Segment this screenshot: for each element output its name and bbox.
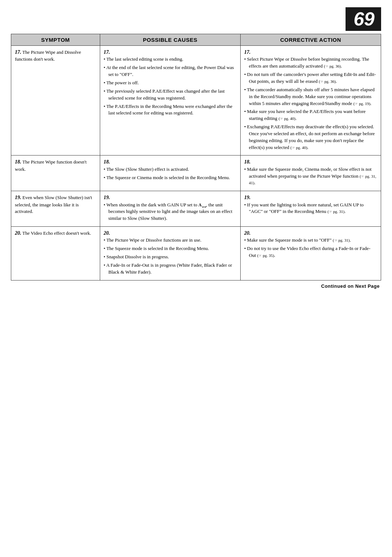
page-ref: (☞ pg. 40) xyxy=(278,116,295,121)
symptom-cell: 18. The Picture Wipe function doesn't wo… xyxy=(11,156,100,191)
cause-item: The Squeeze or Cinema mode is selected i… xyxy=(104,174,237,181)
causes-cell: 19. When shooting in the dark with GAIN … xyxy=(100,191,240,227)
action-item: Make sure you have selected the P.AE/Eff… xyxy=(244,108,377,122)
cause-item: The power is off. xyxy=(104,80,237,86)
table-row: 17. The Picture Wipe and Dissolve functi… xyxy=(11,46,381,156)
page-number: 69 xyxy=(346,7,381,31)
gain-icon: A˷˷ xyxy=(199,202,206,207)
header-action: Corrective Action xyxy=(240,34,381,46)
cause-item: The Picture Wipe or Dissolve functions a… xyxy=(104,237,237,244)
symptom-cell: 17. The Picture Wipe and Dissolve functi… xyxy=(11,46,100,156)
cause-item: The previously selected P.AE/Effect was … xyxy=(104,88,237,102)
symptom-cell: 19. Even when Slow (Slow Shutter) isn't … xyxy=(11,191,100,227)
cause-item: When shooting in the dark with GAIN UP s… xyxy=(104,202,237,222)
action-item: Exchanging P.AE/Effects may deactivate t… xyxy=(244,124,377,151)
action-item: Select Picture Wipe or Dissolve before b… xyxy=(244,56,377,70)
item-number: 17. xyxy=(15,49,21,55)
action-item: Make sure the Squeeze mode is set to "OF… xyxy=(244,237,377,244)
action-number: 20. xyxy=(244,230,251,236)
page-ref: (☞ pg. 36) xyxy=(319,79,336,84)
page-ref: (☞ pg. 40) xyxy=(290,145,307,150)
cause-item: The P.AE/Effects in the Recording Menu w… xyxy=(104,103,237,117)
action-number: 19. xyxy=(244,195,251,200)
item-number: 20. xyxy=(15,230,21,236)
cause-item: The Slow (Slow Shutter) effect is activa… xyxy=(104,166,237,173)
cause-item: The Squeeze mode is selected in the Reco… xyxy=(104,245,237,252)
cause-item: A Fade-In or Fade-Out is in progress (Wh… xyxy=(104,262,237,276)
causes-cell: 17. The last selected editing scene is e… xyxy=(100,46,240,156)
page-number-bar: 69 xyxy=(11,7,381,31)
action-cell: 20. Make sure the Squeeze mode is set to… xyxy=(240,227,381,280)
continued-label: Continued on Next Page xyxy=(11,283,381,289)
cause-item: Snapshot Dissolve is in progress. xyxy=(104,254,237,261)
header-symptom: Symptom xyxy=(11,34,100,46)
symptom-cell: 20. The Video Echo effect doesn't work. xyxy=(11,227,100,280)
page-ref: (☞ pg. 19) xyxy=(354,101,371,106)
action-item: The camcorder automatically shuts off af… xyxy=(244,86,377,107)
causes-cell: 18. The Slow (Slow Shutter) effect is ac… xyxy=(100,156,240,191)
content-table: Symptom Possible Causes Corrective Actio… xyxy=(11,34,381,280)
page-ref: (☞ pg. 35) xyxy=(257,253,274,258)
page-ref: (☞ pg. 31, 41) xyxy=(249,174,376,185)
cause-number: 20. xyxy=(104,230,110,236)
item-number: 18. xyxy=(15,159,21,165)
cause-item: At the end of the last selected scene fo… xyxy=(104,64,237,78)
item-number: 19. xyxy=(15,195,21,200)
table-row: 19. Even when Slow (Slow Shutter) isn't … xyxy=(11,191,381,227)
action-cell: 19. If you want the lighting to look mor… xyxy=(240,191,381,227)
header-causes: Possible Causes xyxy=(100,34,240,46)
cause-item: The last selected editing scene is endin… xyxy=(104,56,237,63)
table-row: 20. The Video Echo effect doesn't work.2… xyxy=(11,227,381,280)
action-number: 18. xyxy=(244,159,251,165)
action-item: Do not turn off the camcorder's power af… xyxy=(244,71,377,85)
action-cell: 17. Select Picture Wipe or Dissolve befo… xyxy=(240,46,381,156)
cause-number: 17. xyxy=(104,49,110,55)
causes-cell: 20. The Picture Wipe or Dissolve functio… xyxy=(100,227,240,280)
action-number: 17. xyxy=(244,49,251,55)
action-item: If you want the lighting to look more na… xyxy=(244,202,377,215)
page-ref: (☞ pg. 31) xyxy=(327,209,344,214)
table-row: 18. The Picture Wipe function doesn't wo… xyxy=(11,156,381,191)
cause-number: 19. xyxy=(104,195,110,200)
cause-number: 18. xyxy=(104,159,110,165)
action-item: Do not try to use the Video Echo effect … xyxy=(244,245,377,259)
page-ref: (☞ pg. 36) xyxy=(324,64,341,68)
action-item: Make sure the Squeeze mode, Cinema mode,… xyxy=(244,166,377,187)
action-cell: 18. Make sure the Squeeze mode, Cinema m… xyxy=(240,156,381,191)
page-ref: (☞ pg. 31) xyxy=(333,238,350,242)
